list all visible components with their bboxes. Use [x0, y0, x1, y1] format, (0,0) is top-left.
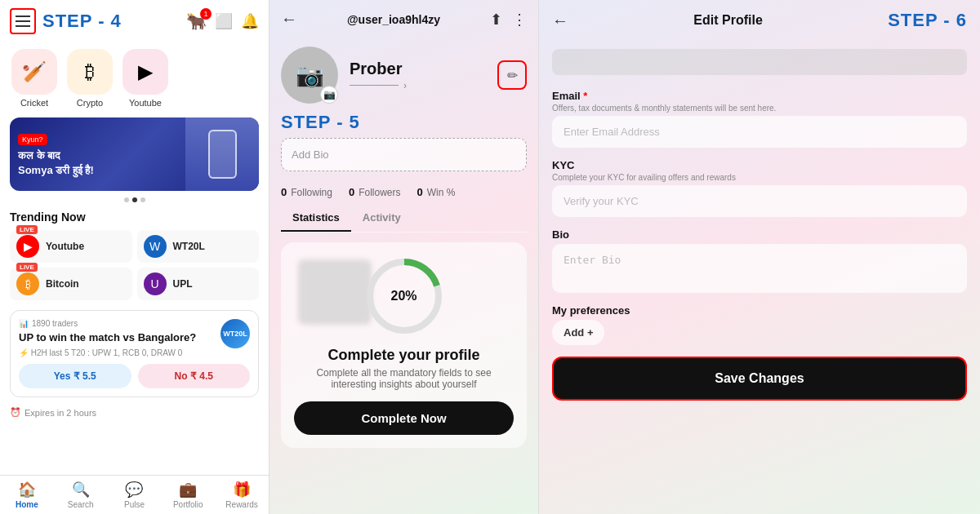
category-youtube[interactable]: ▶ Youtube: [121, 49, 170, 108]
kyc-group: KYC Complete your KYC for availing offer…: [552, 159, 967, 217]
dot2-active: [132, 197, 137, 202]
live-badge-youtube: LIVE: [16, 225, 38, 234]
avatar: 📷 📷: [281, 47, 338, 104]
complete-now-button[interactable]: Complete Now: [294, 401, 514, 435]
category-row: 🏏 Cricket ₿ Crypto ▶ Youtube: [0, 42, 269, 114]
statistics-tab-label: Statistics: [292, 211, 340, 224]
nav-portfolio[interactable]: 💼 Portfolio: [161, 481, 215, 509]
tab-activity[interactable]: Activity: [351, 205, 412, 232]
expires-text: Expires in 2 hours: [24, 408, 96, 418]
camera-overlay: 📷: [320, 86, 338, 104]
trending-title: Trending Now: [10, 210, 259, 224]
header-actions: ⬆ ⋮: [490, 11, 527, 29]
yes-button[interactable]: Yes ₹ 5.5: [19, 364, 131, 388]
panel1-header: STEP - 4 🐂 1 ⬜ 🔔: [0, 0, 269, 42]
nav-rewards[interactable]: 🎁 Rewards: [215, 481, 269, 509]
kyc-sublabel: Complete your KYC for availing offers an…: [552, 173, 967, 182]
notification-badge[interactable]: 🐂 1: [186, 11, 207, 31]
share-icon[interactable]: ⬆: [490, 11, 502, 29]
youtube-trend-name: Youtube: [46, 241, 84, 252]
panel-step5: ← @user_ioa9hl4zy ⬆ ⋮ 📷 📷 Prober › ✏ STE…: [270, 0, 539, 514]
bitcoin-trend-icon: ₿: [16, 273, 39, 295]
hamburger-menu[interactable]: [10, 8, 36, 34]
win-stat: 0 Win %: [417, 186, 456, 198]
home-icon: 🏠: [18, 481, 36, 498]
progress-ring: 20%: [363, 255, 445, 337]
hamburger-line1: [16, 16, 30, 17]
add-preference-button[interactable]: Add +: [552, 320, 604, 345]
kyc-input[interactable]: [552, 185, 967, 217]
profile-info: Prober ›: [350, 60, 486, 91]
nav-pulse[interactable]: 💬 Pulse: [108, 481, 162, 509]
profile-section: 📷 📷 Prober › ✏: [270, 38, 538, 112]
followers-label: Followers: [359, 187, 400, 198]
profile-arrow: ›: [350, 80, 486, 91]
save-changes-button[interactable]: Save Changes: [552, 357, 967, 401]
preferences-label: My preferences: [552, 304, 967, 317]
search-label: Search: [68, 500, 94, 509]
following-num: 0: [281, 186, 287, 198]
upl-trend-icon: U: [144, 273, 167, 295]
bio-textarea[interactable]: [552, 244, 967, 293]
category-cricket[interactable]: 🏏 Cricket: [10, 49, 59, 108]
pulse-icon: 💬: [125, 481, 143, 498]
bell-icon[interactable]: 🔔: [241, 12, 259, 30]
edit-icon-box[interactable]: ✏: [497, 60, 527, 90]
category-crypto[interactable]: ₿ Crypto: [65, 49, 114, 108]
banner-dots: [0, 197, 269, 202]
trending-item-upl[interactable]: U UPL: [137, 268, 260, 300]
nav-home[interactable]: 🏠 Home: [0, 481, 54, 509]
email-input[interactable]: [552, 116, 967, 148]
followers-num: 0: [349, 186, 354, 198]
progress-pct: 20%: [390, 289, 416, 304]
step4-label: STEP - 4: [42, 11, 122, 32]
kyc-label: KYC: [552, 159, 967, 171]
header-left: STEP - 4: [10, 8, 122, 34]
trending-item-youtube[interactable]: LIVE ▶ Youtube: [10, 230, 132, 263]
dot3: [140, 197, 145, 202]
panel-step4: STEP - 4 🐂 1 ⬜ 🔔 🏏 Cricket ₿ Crypto ▶ Yo…: [0, 0, 270, 514]
email-asterisk: *: [583, 90, 587, 102]
blurred-stats: [298, 259, 372, 325]
edit-profile-back-button[interactable]: ←: [552, 11, 568, 30]
email-label: Email *: [552, 90, 967, 102]
step5-label: STEP - 5: [270, 112, 538, 138]
arrow-chevron: ›: [403, 80, 407, 91]
bitcoin-trend-name: Bitcoin: [46, 278, 79, 290]
panel3-header: ← Edit Profile STEP - 6: [539, 0, 980, 41]
tab-statistics[interactable]: Statistics: [281, 205, 351, 232]
progress-card: 20% Complete your profile Complete all t…: [281, 242, 527, 448]
following-stat: 0 Following: [281, 186, 332, 198]
trending-section: Trending Now LIVE ▶ Youtube W WT20L LIVE…: [0, 206, 269, 305]
trending-item-bitcoin[interactable]: LIVE ₿ Bitcoin: [10, 268, 132, 300]
cricket-label: Cricket: [20, 98, 48, 108]
promo-banner[interactable]: Kyun? कल के बाद Somya डरी हुई है!: [10, 117, 259, 191]
top-placeholder-field: [552, 49, 967, 75]
wt20l-trend-name: WT20L: [173, 241, 205, 252]
dot1: [124, 197, 129, 202]
traders-count: 1890 traders: [32, 319, 78, 328]
progress-title: Complete your profile: [327, 347, 479, 364]
wt20l-trend-icon: W: [144, 235, 167, 258]
match-title: UP to win the match vs Bangalore?: [19, 331, 220, 343]
portfolio-icon: 💼: [179, 481, 197, 498]
no-button[interactable]: No ₹ 4.5: [138, 364, 251, 388]
more-icon[interactable]: ⋮: [512, 11, 527, 29]
followers-stat: 0 Followers: [349, 186, 401, 198]
home-label: Home: [16, 500, 38, 509]
match-stats: ⚡ H2H last 5 T20 : UPW 1, RCB 0, DRAW 0: [19, 348, 250, 357]
back-button[interactable]: ←: [281, 10, 297, 29]
crypto-icon-box: ₿: [67, 49, 113, 95]
phone-shape: [208, 130, 237, 179]
rewards-label: Rewards: [225, 500, 257, 509]
tablet-icon[interactable]: ⬜: [215, 12, 233, 30]
traders-icon: 📊: [19, 319, 29, 328]
username-text: @user_ioa9hl4zy: [347, 13, 440, 26]
trending-item-wt20l[interactable]: W WT20L: [137, 230, 260, 263]
match-logo: WT20L: [220, 319, 250, 348]
win-num: 0: [417, 186, 423, 198]
pulse-label: Pulse: [124, 500, 145, 509]
bio-area[interactable]: Add Bio: [281, 138, 527, 171]
nav-search[interactable]: 🔍 Search: [54, 481, 108, 509]
edit-form: Email * Offers, tax documents & monthly …: [539, 41, 980, 514]
